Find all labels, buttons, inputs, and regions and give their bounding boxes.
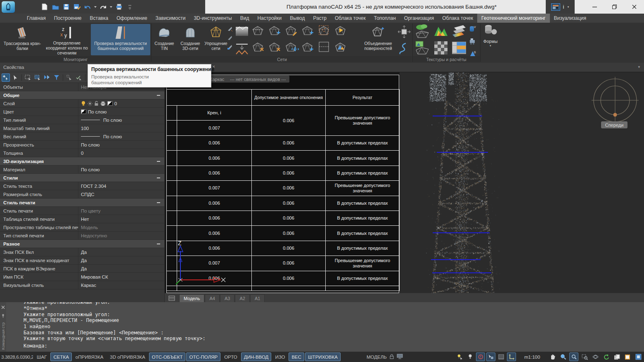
app-logo-icon[interactable] [2,1,15,13]
volume-table-icon[interactable] [451,40,467,57]
shapes-dropdown-button[interactable]: Формы ▼ [481,24,500,57]
sheet-tab-A4[interactable]: A4 [205,294,219,302]
ucs-toggle-icon[interactable] [507,353,516,361]
undo-icon[interactable] [83,3,92,11]
sheet-settings-icon[interactable] [623,353,632,361]
property-value[interactable]: Да [78,266,164,271]
collapse-icon[interactable] [157,202,160,203]
ribbon-tab-7[interactable]: Настройки [253,14,286,23]
toggle-ШАГ[interactable]: ШАГ [34,353,50,361]
toggle-ДИН-ВВОД[interactable]: ДИН-ВВОД [241,353,272,361]
toggle-ШТРИХОВКА[interactable]: ШТРИХОВКА [305,353,341,361]
texture-cloud-mesh-icon[interactable] [414,24,431,41]
space-label[interactable]: МОДЕЛЬ [367,355,387,360]
scale-button[interactable]: m1:100 [524,352,540,362]
ribbon-tab-8[interactable]: Вывод [286,14,309,23]
mesh-tool-x-icon[interactable] [251,40,268,56]
property-value[interactable]: По слою [78,118,164,123]
annotation-monitor-icon[interactable] [476,353,485,361]
collapse-icon[interactable] [157,161,160,162]
ribbon-tab-12[interactable]: Организация [400,14,438,23]
quick-select-icon[interactable] [43,73,51,82]
toggle-ВЕС[interactable]: ВЕС [289,353,304,361]
orbit-icon[interactable] [591,353,600,361]
ribbon-tab-5[interactable]: 3D-инструменты [189,14,236,23]
save-icon[interactable] [62,3,70,11]
sheet-tab-A1[interactable]: A1 [250,294,265,302]
property-section-11[interactable]: Стили [0,174,164,182]
property-value[interactable]: Да [78,250,164,255]
collapse-icon[interactable] [157,95,160,96]
property-value[interactable]: Да [78,258,164,263]
layout-sheets-icon[interactable] [612,353,621,361]
toggle-ОРТО[interactable]: ОРТО [221,353,240,361]
ribbon-tab-14[interactable]: Геотехнический мониторинг [477,14,549,23]
view-compass[interactable] [588,73,644,129]
command-line-panel[interactable]: Командная стр Укажите противоположный уг… [0,302,644,352]
section-curve-icon[interactable] [398,43,411,57]
mesh-tool-tri-icon[interactable] [334,40,350,56]
ribbon-interface-icon[interactable] [551,3,560,11]
minimize-button[interactable] [585,0,604,14]
ribbon-tab-9[interactable]: Растр [309,14,331,23]
texture-image-icon[interactable] [414,40,431,57]
property-value[interactable]: По слою [78,109,164,114]
toggle-ОТС-ПОЛЯР[interactable]: ОТС-ПОЛЯР [186,353,220,361]
new-file-icon[interactable] [40,3,49,11]
ribbon-tab-10[interactable]: Облака точек [331,14,370,23]
property-value[interactable]: ГОСТ 2.304 [78,184,164,189]
property-value[interactable]: 100 [78,126,164,131]
command-prompt[interactable]: Команда: [24,343,642,349]
property-section-14[interactable]: Стиль печати [0,199,164,207]
mesh-mini-tool-icon[interactable] [227,44,233,52]
property-section-1[interactable]: Общие [0,91,164,99]
create-3d-mesh-button[interactable]: Создание 3D-сети [177,24,204,55]
property-value[interactable]: По слою [78,134,164,139]
filter-icon[interactable] [52,73,61,82]
collapse-icon[interactable] [157,244,160,244]
select-cursor-icon[interactable] [11,73,19,82]
mesh-tool-x-icon[interactable] [268,40,284,56]
ribbon-tab-3[interactable]: Оформление [112,14,151,23]
sheet-list-icon[interactable] [167,294,176,302]
select-similar-icon[interactable] [65,73,73,82]
mesh-tool-pencil-icon[interactable] [284,24,301,39]
viewport-lock-icon[interactable] [389,354,395,360]
redo-dropdown-icon[interactable] [110,6,112,8]
mesh-mini-tool-icon[interactable] [227,35,233,43]
property-value[interactable]: Нет [78,217,164,222]
qat-overflow-icon[interactable] [125,3,134,11]
mesh-tool-play-icon[interactable] [334,24,350,39]
ribbon-tab-2[interactable]: Вставка [86,14,113,23]
machine-volume-icon[interactable] [469,38,476,47]
volume-v-icon[interactable]: V [469,25,476,34]
ribbon-tab-11[interactable]: Топоплан [370,14,400,23]
sheet-tab-A3[interactable]: A3 [220,294,234,302]
property-value[interactable]: СПДС [78,192,164,197]
toggle-СЕТКА[interactable]: СЕТКА [50,353,71,361]
hide-objects-icon[interactable] [466,353,475,361]
move-3d-icon[interactable] [398,25,411,40]
ribbon-tab-6[interactable]: Вид [236,14,253,23]
viewport-monitor-icon[interactable] [397,354,403,360]
open-folder-icon[interactable] [51,3,59,11]
command-panel-close-icon[interactable] [1,303,5,311]
command-panel-pin-icon[interactable] [1,312,5,320]
property-value[interactable]: 0 [78,101,164,106]
command-history[interactable]: Укажите противоположный угол:*Отмена*Ука… [24,302,642,352]
tower-verticality-check-button[interactable]: Проверка вертикальности башенных сооруже… [91,24,150,55]
slope-maps-icon[interactable] [451,24,467,41]
mesh-tool-plus-icon[interactable] [268,24,284,39]
pan-hand-icon[interactable] [548,353,557,361]
fullscreen-icon[interactable] [634,353,643,361]
mesh-tool-move-icon[interactable] [284,40,301,56]
ribbon-tab-1[interactable]: Построение [50,14,86,23]
property-value[interactable]: Модель [78,225,164,230]
merge-surfaces-button[interactable]: Объединение поверхностей [360,24,396,55]
collapse-icon[interactable] [157,177,160,178]
properties-list-icon[interactable] [497,353,506,361]
property-value[interactable]: Каркас [78,283,164,288]
add-to-selection-icon[interactable] [2,73,10,82]
linked-views-button[interactable]: --- нет связанных видов --- [226,76,289,83]
save-as-icon[interactable] [73,3,81,11]
